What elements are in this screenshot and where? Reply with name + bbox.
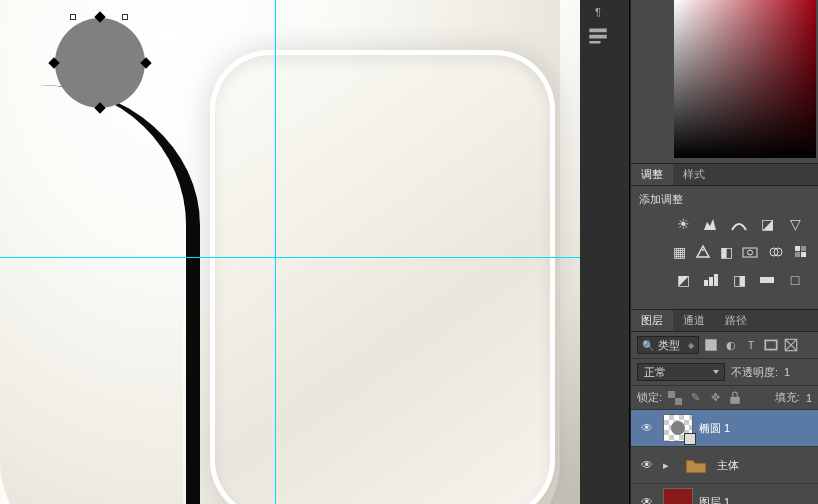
panel-column: 调整 样式 添加调整 ☀ ◪ ▽ ▦ ◧ ◩ ◨ □ 图层 <box>630 0 818 504</box>
layer-filter-bar: 🔍 类型 ◆ ◐ T <box>631 332 818 359</box>
adjustments-tabs: 调整 样式 <box>631 163 818 186</box>
filter-shape-icon[interactable] <box>763 337 779 353</box>
guide-horizontal[interactable] <box>0 257 580 258</box>
svg-rect-11 <box>801 252 806 257</box>
filter-pixel-icon[interactable] <box>703 337 719 353</box>
canvas[interactable] <box>0 0 580 504</box>
threshold-icon[interactable]: ◨ <box>729 271 749 289</box>
blend-opacity-row: 正常 不透明度: 1 <box>631 359 818 386</box>
adjustments-title: 添加调整 <box>639 192 810 207</box>
svg-rect-16 <box>705 339 716 350</box>
visibility-toggle[interactable]: 👁 <box>637 421 657 435</box>
layer-thumbnail[interactable] <box>681 451 711 479</box>
bezier-handle[interactable] <box>70 14 76 20</box>
hue-sat-icon[interactable]: ▦ <box>673 243 686 261</box>
lock-fill-row: 锁定: ✎ ✥ 填充: 1 <box>631 386 818 410</box>
lock-label: 锁定: <box>637 390 662 405</box>
svg-rect-4 <box>743 248 757 257</box>
svg-rect-21 <box>730 396 739 403</box>
layer-list: 👁 椭圆 1 👁 ▸ 主体 👁 图层 1 <box>631 410 818 504</box>
channel-mixer-icon[interactable] <box>767 243 785 261</box>
vector-mask-badge <box>684 433 696 445</box>
fill-label[interactable]: 填充: <box>775 390 800 405</box>
visibility-toggle[interactable]: 👁 <box>637 458 657 472</box>
tab-layers[interactable]: 图层 <box>631 310 673 331</box>
black-white-icon[interactable]: ◧ <box>720 243 733 261</box>
svg-rect-8 <box>795 246 800 251</box>
lock-transparent-icon[interactable] <box>668 391 682 405</box>
blend-mode-value: 正常 <box>644 365 666 380</box>
filter-smart-icon[interactable] <box>783 337 799 353</box>
visibility-toggle[interactable]: 👁 <box>637 495 657 504</box>
selective-color-icon[interactable]: □ <box>785 271 805 289</box>
photo-filter-icon[interactable] <box>741 243 759 261</box>
tab-styles[interactable]: 样式 <box>673 164 715 185</box>
artwork-stroke <box>0 85 200 504</box>
levels-icon[interactable] <box>701 215 721 233</box>
tab-channels[interactable]: 通道 <box>673 310 715 331</box>
layer-name[interactable]: 主体 <box>717 458 739 473</box>
svg-point-5 <box>748 250 753 255</box>
svg-rect-19 <box>668 391 675 398</box>
layer-item-solid[interactable]: 👁 图层 1 <box>631 484 818 504</box>
paragraph-dock-icon[interactable]: ¶ <box>588 4 608 20</box>
svg-rect-17 <box>765 340 776 349</box>
lock-paint-icon[interactable]: ✎ <box>688 391 702 405</box>
tab-adjustments[interactable]: 调整 <box>631 164 673 185</box>
artwork-panel-shape <box>210 50 555 504</box>
blend-mode-select[interactable]: 正常 <box>637 363 725 381</box>
svg-rect-2 <box>589 41 600 44</box>
svg-rect-9 <box>801 246 806 251</box>
vibrance-icon[interactable]: ▽ <box>785 215 805 233</box>
thumbnail-shape <box>671 421 685 435</box>
bezier-handle[interactable] <box>122 14 128 20</box>
svg-rect-15 <box>760 277 774 283</box>
filter-adjust-icon[interactable]: ◐ <box>723 337 739 353</box>
svg-rect-12 <box>704 280 708 286</box>
invert-icon[interactable]: ◩ <box>673 271 693 289</box>
filter-label: 类型 <box>658 338 680 353</box>
filter-type-icon[interactable]: T <box>743 337 759 353</box>
panel-dock-strip <box>580 0 630 504</box>
exposure-icon[interactable]: ◪ <box>757 215 777 233</box>
character-dock-icon[interactable] <box>588 28 608 44</box>
svg-rect-0 <box>589 29 607 33</box>
opacity-value[interactable]: 1 <box>784 366 790 378</box>
layer-item-ellipse[interactable]: 👁 椭圆 1 <box>631 410 818 447</box>
color-balance-icon[interactable] <box>694 243 712 261</box>
color-picker-panel <box>631 0 818 163</box>
layer-item-group[interactable]: 👁 ▸ 主体 <box>631 447 818 484</box>
tab-paths[interactable]: 路径 <box>715 310 757 331</box>
color-lookup-icon[interactable] <box>793 243 811 261</box>
curves-icon[interactable] <box>729 215 749 233</box>
gradient-map-icon[interactable] <box>757 271 777 289</box>
svg-rect-20 <box>675 398 682 405</box>
group-disclosure[interactable]: ▸ <box>663 459 675 472</box>
layers-panel: 图层 通道 路径 🔍 类型 ◆ ◐ T 正常 不透明度: 1 锁定: <box>631 309 818 504</box>
layer-thumbnail[interactable] <box>663 488 693 504</box>
svg-rect-10 <box>795 252 800 257</box>
lock-position-icon[interactable]: ✥ <box>708 391 722 405</box>
svg-rect-1 <box>589 35 607 39</box>
layer-name[interactable]: 图层 1 <box>699 495 730 505</box>
svg-rect-13 <box>709 277 713 286</box>
lock-all-icon[interactable] <box>728 391 742 405</box>
adjustments-body: 添加调整 ☀ ◪ ▽ ▦ ◧ ◩ ◨ □ <box>631 186 818 309</box>
layer-thumbnail[interactable] <box>663 414 693 442</box>
guide-vertical[interactable] <box>275 0 276 504</box>
opacity-label[interactable]: 不透明度: <box>731 365 778 380</box>
layer-filter-select[interactable]: 🔍 类型 ◆ <box>637 336 699 354</box>
layers-tabs: 图层 通道 路径 <box>631 310 818 332</box>
layer-name[interactable]: 椭圆 1 <box>699 421 730 436</box>
brightness-contrast-icon[interactable]: ☀ <box>673 215 693 233</box>
search-icon: 🔍 <box>642 340 654 351</box>
selected-ellipse-shape[interactable] <box>55 18 145 108</box>
fill-value[interactable]: 1 <box>806 392 812 404</box>
svg-point-3 <box>702 249 704 251</box>
color-field[interactable] <box>674 0 816 158</box>
svg-rect-14 <box>714 274 718 286</box>
posterize-icon[interactable] <box>701 271 721 289</box>
